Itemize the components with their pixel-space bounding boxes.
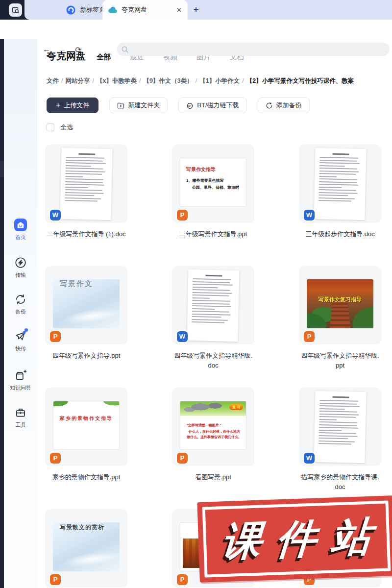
- folder-plus-icon: [117, 102, 124, 109]
- tab-label: 夸克网盘: [122, 5, 147, 14]
- file-card[interactable]: 写景作文指导1、哪些需要景色描写公园、草坪、仙都、旅游时P二年级写景作文指导.p…: [172, 145, 254, 266]
- breadcrumb: 文件/网站分享/【x】非教学类/【9】作文（3类）/【1】小学作文/【2】小学写…: [47, 77, 392, 85]
- svg-text:BT: BT: [188, 104, 192, 107]
- file-type-badge: P: [177, 453, 188, 464]
- tab-overview-button[interactable]: [9, 3, 22, 17]
- file-type-badge: P: [50, 453, 61, 464]
- search-input[interactable]: [131, 46, 385, 53]
- address-search-bar[interactable]: [117, 43, 390, 56]
- bt-magnet-download-button[interactable]: BT BT/磁力链下载: [178, 98, 246, 113]
- new-tab-button[interactable]: +: [190, 4, 202, 16]
- backup-sync-icon: [266, 102, 273, 109]
- file-card[interactable]: 家乡的景物作文指导P家乡的景物作文指导.ppt: [45, 388, 127, 509]
- file-type-badge: P: [304, 331, 315, 342]
- file-name: 四年级写景作文指导精华版.doc: [172, 351, 254, 370]
- breadcrumb-segment[interactable]: 【2】小学写景作文写作技巧课件、教案: [246, 77, 354, 84]
- file-type-badge: W: [177, 331, 188, 342]
- sidebar-item-label: 传输: [15, 271, 26, 279]
- stamp-text: 课件站: [205, 515, 388, 562]
- breadcrumb-separator: /: [193, 77, 199, 84]
- new-folder-button[interactable]: 新建文件夹: [109, 98, 168, 113]
- quark-netdisk-window: 新标签页 夸克网盘 ✕ + ← → ⟳ 首页传输备份快传知识问答工具 夸克网盘 …: [0, 0, 392, 588]
- file-name: 家乡的景物作文指导.ppt: [45, 472, 127, 482]
- refresh-button[interactable]: ⟳: [74, 45, 83, 54]
- file-type-badge: W: [50, 210, 61, 220]
- sidebar-item-快传[interactable]: 快传: [4, 329, 37, 352]
- search-icon: [122, 46, 128, 53]
- file-card[interactable]: W描写家乡的景物作文指导课.doc: [299, 388, 381, 509]
- cloud-drive-icon: [108, 6, 118, 14]
- sidebar-item-label: 首页: [15, 234, 26, 241]
- select-all-row: 全选: [47, 123, 73, 132]
- file-name: 四年级写景作文指导.ppt: [45, 351, 127, 361]
- add-backup-button[interactable]: 添加备份: [258, 98, 310, 113]
- tab-quark-netdisk[interactable]: 夸克网盘 ✕: [102, 0, 188, 20]
- file-type-badge: P: [177, 574, 188, 585]
- breadcrumb-separator: /: [240, 77, 246, 84]
- select-all-label: 全选: [60, 123, 73, 132]
- window-search-icon: [12, 6, 20, 14]
- file-card[interactable]: W四年级写景作文指导精华版.doc: [172, 266, 254, 388]
- tab-new-page[interactable]: 新标签页: [66, 0, 105, 20]
- forward-button: →: [57, 45, 67, 54]
- box-plus-icon: [14, 368, 27, 382]
- breadcrumb-segment[interactable]: 【9】作文（3类）: [143, 77, 193, 84]
- ppt-slide-thumbnail: 写景作文复习指导: [307, 279, 373, 328]
- file-name: 看图写景.ppt: [172, 472, 254, 482]
- file-card[interactable]: 复 习*怎样写清楚一幅图片：什么人，在什么时候，在什么地方做什么。这件事情告诉了…: [172, 388, 254, 509]
- bt-download-icon: BT: [186, 102, 194, 109]
- ppt-slide-thumbnail: 家乡的景物作文指导: [53, 401, 120, 450]
- doc-page-thumbnail: [187, 270, 239, 342]
- breadcrumb-separator: /: [59, 77, 65, 84]
- sidebar-item-label: 知识问答: [10, 384, 31, 392]
- view-tab-全部[interactable]: 全部: [97, 52, 111, 62]
- file-type-badge: W: [304, 453, 315, 464]
- browser-tab-bar: 新标签页 夸克网盘 ✕ +: [0, 0, 392, 20]
- file-name: 二年级写景作文指导 (1).doc: [45, 229, 127, 239]
- breadcrumb-segment[interactable]: 文件: [47, 77, 59, 84]
- plus-icon: +: [56, 101, 60, 109]
- ppt-slide-thumbnail: 写景作文指导1、哪些需要景色描写公园、草坪、仙都、旅游时: [180, 158, 246, 207]
- browser-toolbar: ← → ⟳: [0, 20, 392, 39]
- sidebar-item-首页[interactable]: 首页: [4, 218, 37, 241]
- stamp-frame: 课件站: [202, 500, 391, 577]
- ppt-slide-thumbnail: 写景作文: [53, 279, 120, 328]
- file-card[interactable]: 写景散文的赏析P: [45, 509, 127, 588]
- breadcrumb-segment[interactable]: 【x】非教学类: [97, 77, 137, 84]
- file-card[interactable]: W二年级写景作文指导 (1).doc: [45, 145, 127, 266]
- sidebar-item-工具[interactable]: 工具: [4, 406, 37, 429]
- file-name: 描写家乡的景物作文指导课.doc: [299, 472, 381, 492]
- window-edge-strip: [0, 20, 4, 588]
- ppt-slide-thumbnail: 写景散文的赏析: [53, 522, 120, 571]
- file-card[interactable]: 写景作文复习指导P四年级写景作文指导精华版.ppt: [299, 266, 381, 388]
- file-type-badge: W: [304, 210, 315, 220]
- sync-icon: [14, 293, 27, 306]
- doc-page-thumbnail: [314, 148, 366, 220]
- button-label: 添加备份: [276, 101, 302, 110]
- tab-close-icon[interactable]: ✕: [176, 6, 182, 14]
- sidebar-item-知识问答[interactable]: 知识问答: [4, 368, 37, 392]
- file-card[interactable]: 写景作文P四年级写景作文指导.ppt: [45, 266, 127, 388]
- file-type-badge: P: [177, 210, 188, 220]
- upload-file-button[interactable]: + 上传文件: [47, 98, 98, 113]
- sidebar-item-备份[interactable]: 备份: [4, 293, 37, 316]
- file-name: 四年级写景作文指导精华版.ppt: [299, 351, 381, 370]
- sidebar-item-传输[interactable]: 传输: [4, 256, 37, 279]
- file-type-badge: P: [50, 574, 61, 585]
- home-smile-icon: [14, 218, 27, 231]
- doc-page-thumbnail: [60, 148, 112, 220]
- doc-page-thumbnail: [314, 391, 366, 463]
- notification-dot: [24, 328, 28, 332]
- button-label: 新建文件夹: [128, 101, 160, 110]
- watermark-stamp: 课件站: [197, 495, 392, 583]
- breadcrumb-segment[interactable]: 网站分享: [65, 77, 90, 84]
- breadcrumb-separator: /: [90, 77, 96, 84]
- sidebar-item-label: 备份: [15, 308, 26, 316]
- select-all-checkbox[interactable]: [47, 123, 54, 131]
- file-card[interactable]: W三年级起步作文指导.doc: [299, 145, 381, 266]
- edge-handle[interactable]: [0, 161, 4, 177]
- breadcrumb-segment[interactable]: 【1】小学作文: [199, 77, 240, 84]
- button-label: BT/磁力链下载: [197, 101, 239, 110]
- toolbox-icon: [14, 406, 27, 419]
- back-button[interactable]: ←: [42, 45, 51, 54]
